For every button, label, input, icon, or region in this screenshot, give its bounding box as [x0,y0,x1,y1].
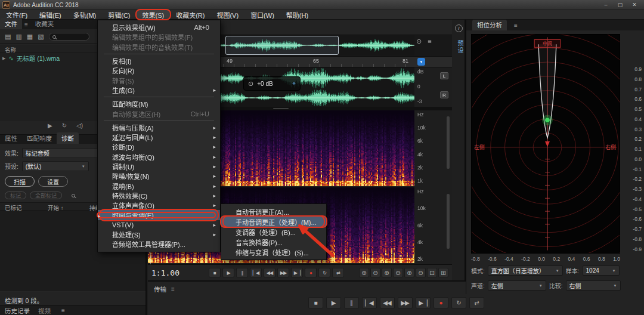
pause-button[interactable]: ∥ [236,268,248,277]
panel-options-icon[interactable]: ≡ [428,38,431,45]
channel-dropdown[interactable]: 左侧 ▼ [488,280,546,291]
menu-item[interactable]: 反相(I) [98,56,220,66]
panel-tab[interactable]: 诊断 [57,132,79,144]
submenu-item[interactable]: 自动音调更正(A)... [221,206,326,217]
import-file-icon[interactable]: ▤ [5,33,11,41]
preview-loop-icon[interactable]: ↻ [62,122,67,129]
stop-button[interactable]: ■ [308,297,323,308]
zoom-in-icon[interactable]: ⊕ [359,268,369,277]
zoom-full-icon[interactable]: ⊞ [438,268,448,277]
right-channel-button[interactable]: R [440,91,448,98]
tab-favorites[interactable]: 收藏夹 [30,18,59,29]
volume-knob-icon[interactable]: ⊙ [248,80,253,88]
vertical-scrollbar[interactable] [447,194,450,249]
menu-item[interactable]: 匹配响度(M) [98,99,220,109]
hud-pin-icon[interactable]: ⌖ [292,80,296,87]
tab-video[interactable]: 视频 [38,306,51,315]
tab-history[interactable]: 历史记录 [5,306,30,315]
rewind-button[interactable]: ◀◀ [264,268,275,277]
panel-menu-icon[interactable]: ≡ [59,306,67,315]
loop-button[interactable]: ↻ [318,268,330,277]
expand-icon[interactable]: ▶ [2,56,5,61]
zoom-to-selection-icon[interactable]: ⊡ [427,268,437,277]
menu-item[interactable]: 滤波与均衡(Q) [98,152,220,162]
search-input[interactable] [49,33,89,41]
record-button[interactable]: ● [305,268,317,277]
left-channel-button[interactable]: L [440,72,448,79]
scan-button[interactable]: 扫描 [5,176,35,187]
search-markers-icon[interactable] [72,194,75,197]
close-button[interactable]: ✕ [627,2,642,8]
menu-item[interactable]: 显示效果组(W) Alt+0 [98,23,220,32]
preview-volume-icon[interactable]: ◁) [76,122,83,129]
mark-button[interactable]: 标记 [5,192,26,199]
info-icon[interactable]: i [455,24,463,32]
menu-bar-item[interactable]: 视图(V) [210,10,244,19]
zoom-navigator-icon[interactable]: ⊙ [416,38,422,45]
menu-bar-item[interactable]: 剪辑(C) [102,10,136,19]
file-name[interactable]: 无标题 (1).wma [17,54,60,63]
menu-item[interactable]: 特殊效果(C) [98,191,220,200]
trash-icon[interactable]: ▧ [38,33,44,41]
menu-item[interactable]: 立体声声像(O) [98,200,220,210]
vertical-scrollbar[interactable] [447,116,450,169]
samples-dropdown[interactable]: 1024 ▼ [583,265,620,276]
menu-item[interactable]: 编辑效果组中的剪辑效果(F) [98,32,220,42]
menu-item[interactable] [104,54,214,54]
minimize-button[interactable]: – [599,2,613,8]
skip-selection-button[interactable]: ⇄ [332,268,344,277]
stop-button[interactable]: ■ [209,268,221,277]
menu-item[interactable] [104,121,214,121]
menu-bar-item[interactable]: 帮助(H) [280,10,314,19]
zoom-out-icon[interactable]: ⊖ [370,268,380,277]
tab-files[interactable]: 文件 [0,18,22,29]
menu-item[interactable]: 音频增效工具管理器(P)... [98,239,220,249]
menu-item[interactable]: 振幅与压限(A) [98,123,220,132]
panel-menu-icon[interactable]: ≡ [512,21,520,30]
panel-menu-icon[interactable]: ≡ [171,286,175,292]
menu-bar-item[interactable]: 窗口(W) [244,10,280,19]
mark-all-button[interactable]: 全部标记 [30,192,62,199]
skip-to-start-button[interactable]: ▏◀ [250,268,262,277]
new-file-icon[interactable]: ▥ [16,33,21,41]
rewind-button[interactable]: ◀◀ [380,297,395,308]
menu-item[interactable]: 生成(G) [98,85,220,95]
compare-dropdown[interactable]: 右侧 ▼ [566,280,621,291]
menu-item[interactable]: 自动修复选区(H) Ctrl+U [98,109,220,118]
menu-item[interactable]: 批处理(S) [98,230,220,239]
menu-item[interactable]: 静音(S) [98,75,220,85]
menu-bar-item[interactable]: 收藏夹(R) [170,10,210,19]
menu-item[interactable]: 调制(U) [98,162,220,171]
preview-play-icon[interactable]: ▶ [48,122,52,129]
phase-panel-title[interactable]: 相位分析 [472,20,507,30]
menu-item[interactable] [104,97,214,97]
preset-vertical-tab[interactable]: 预设 [456,40,465,54]
panel-tab[interactable]: 匹配响度 [22,132,57,144]
zoom-in-amplitude-icon[interactable]: ⊕ [404,268,414,277]
menu-item[interactable]: 诊断(D) [98,142,220,152]
skip-to-start-button[interactable]: ▏◀ [362,297,377,308]
pause-button[interactable]: ∥ [344,297,359,308]
volume-hud[interactable]: ⊙ +0 dB ⌖ [243,76,301,91]
settings-button[interactable]: 设置 [38,176,68,187]
menu-item[interactable]: 延迟与回声(L) [98,132,220,142]
menu-item[interactable]: 混响(B) [98,181,220,190]
panel-menu-icon[interactable]: ≡ [22,20,30,29]
play-button[interactable]: ▶ [222,268,234,277]
preset-dropdown[interactable]: (默认) ▼ [22,161,89,171]
zoom-in-time-icon[interactable]: ⊕ [382,268,392,277]
marker-button[interactable]: ▾ [417,58,425,66]
skip-to-end-button[interactable]: ▶▕ [291,268,303,277]
menu-bar-item[interactable]: 多轨(M) [67,10,103,19]
fast-forward-button[interactable]: ▶▶ [277,268,289,277]
menu-item[interactable]: 编辑效果组中的音轨效果(T) [98,42,220,52]
zoom-out-amplitude-icon[interactable]: ⊖ [416,268,426,277]
menu-item[interactable]: 时间与变调(E) [98,210,220,220]
menu-bar-item[interactable]: 效果(S) [137,10,171,19]
fast-forward-button[interactable]: ▶▶ [398,297,413,308]
record-button[interactable]: ● [434,297,448,308]
skip-to-end-button[interactable]: ▶▕ [416,297,431,308]
zoom-out-time-icon[interactable]: ⊖ [393,268,403,277]
mode-dropdown[interactable]: 直方图（日志增放） ▼ [488,265,563,276]
open-file-icon[interactable]: ▦ [27,33,33,41]
